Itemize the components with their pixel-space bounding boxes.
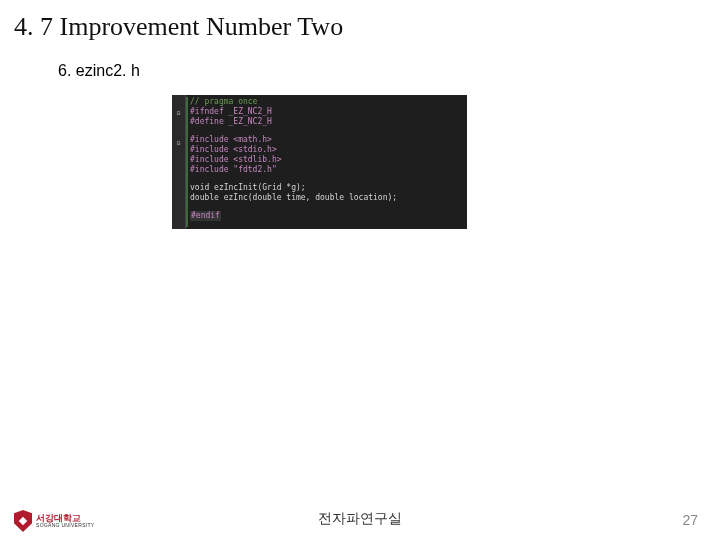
code-line: #ifndef _EZ_NC2_H xyxy=(190,107,463,117)
code-line xyxy=(190,175,463,183)
code-line: #define _EZ_NC2_H xyxy=(190,117,463,127)
code-screenshot: ⊟⊟ // pragma once#ifndef _EZ_NC2_H#defin… xyxy=(172,95,467,229)
code-gutter: ⊟⊟ xyxy=(172,95,186,229)
code-line: void ezIncInit(Grid *g); xyxy=(190,183,463,193)
code-line: #include "fdtd2.h" xyxy=(190,165,463,175)
code-area: // pragma once#ifndef _EZ_NC2_H#define _… xyxy=(186,95,467,229)
page-number: 27 xyxy=(682,512,698,528)
code-line xyxy=(190,203,463,211)
code-line: #include <stdlib.h> xyxy=(190,155,463,165)
code-line: #include <stdio.h> xyxy=(190,145,463,155)
gutter-change-bar xyxy=(186,97,188,227)
code-line xyxy=(190,127,463,135)
footer-label: 전자파연구실 xyxy=(0,510,720,528)
code-line: double ezInc(double time, double locatio… xyxy=(190,193,463,203)
code-line: #endif xyxy=(190,211,463,221)
slide: 4. 7 Improvement Number Two 6. ezinc2. h… xyxy=(0,0,720,540)
code-line: #include <math.h> xyxy=(190,135,463,145)
sub-item: 6. ezinc2. h xyxy=(58,62,140,80)
code-line: // pragma once xyxy=(190,97,463,107)
slide-title: 4. 7 Improvement Number Two xyxy=(14,12,343,42)
